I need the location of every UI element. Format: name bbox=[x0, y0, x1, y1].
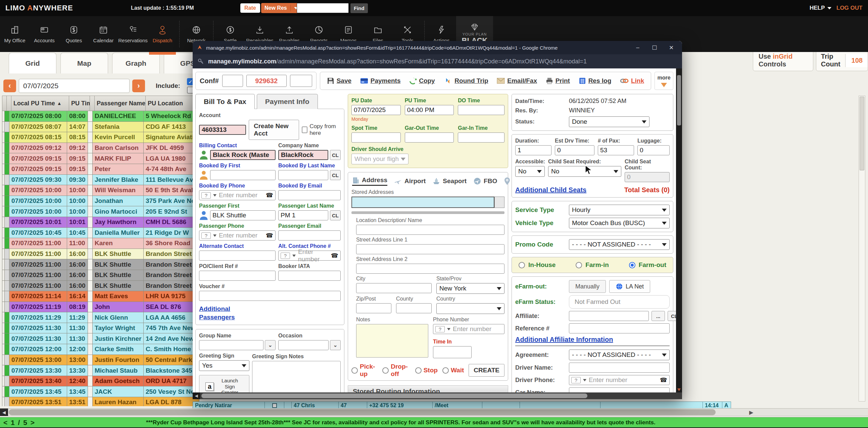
service-type-select[interactable]: Hourly bbox=[569, 205, 670, 215]
county-input[interactable] bbox=[396, 303, 432, 313]
checkbox-icon[interactable] bbox=[272, 403, 277, 408]
booked-by-last-input[interactable] bbox=[278, 170, 328, 180]
scroll-right-icon[interactable]: ▶ bbox=[749, 409, 753, 416]
site-settings-icon[interactable] bbox=[197, 58, 204, 65]
duration-input[interactable] bbox=[515, 145, 552, 155]
farm-radio-farm-out[interactable]: Farm-out bbox=[629, 261, 666, 269]
group-name-input[interactable] bbox=[199, 340, 264, 350]
grid-header-cell[interactable]: PU Time↕ bbox=[69, 96, 90, 111]
zip-input[interactable] bbox=[356, 303, 391, 313]
radio-icon[interactable] bbox=[415, 367, 422, 374]
affiliate-browse-button[interactable]: ... bbox=[651, 311, 665, 321]
booked-by-phone-input[interactable]: ? Enter number☎ bbox=[199, 190, 276, 200]
sort-icon[interactable]: ▲ bbox=[57, 101, 62, 106]
view-tab-map[interactable]: Map bbox=[60, 53, 108, 73]
do-time-input[interactable] bbox=[458, 105, 504, 115]
passenger-first-input[interactable] bbox=[210, 210, 276, 220]
nav-item-accounts[interactable]: Accounts bbox=[30, 16, 59, 52]
modal-horizontal-scrollbar[interactable]: ◀ bbox=[193, 392, 682, 399]
radio-icon[interactable] bbox=[576, 262, 582, 268]
city-input[interactable] bbox=[356, 283, 432, 293]
payments-button[interactable]: Payments bbox=[360, 77, 401, 85]
greeting-sign-select[interactable]: Yes bbox=[199, 360, 249, 371]
efarm-manually-button[interactable]: Manually bbox=[569, 280, 606, 293]
radio-icon[interactable] bbox=[442, 367, 449, 374]
conf-prefix-input[interactable] bbox=[222, 75, 243, 87]
find-button[interactable]: Find bbox=[350, 3, 368, 13]
logout-button[interactable]: LOG OUT bbox=[836, 5, 862, 11]
passenger-last-input[interactable] bbox=[278, 210, 328, 220]
efarm-lanet-button[interactable]: LA Net bbox=[609, 280, 650, 293]
booked-by-first-input[interactable] bbox=[210, 170, 276, 180]
help-menu[interactable]: HELP bbox=[810, 5, 831, 11]
scroll-left-icon[interactable]: ◀ bbox=[0, 408, 8, 416]
close-icon[interactable]: ✕ bbox=[664, 44, 678, 51]
booker-iata-input[interactable] bbox=[278, 271, 341, 281]
additional-passengers-link[interactable]: Additional Passengers bbox=[199, 305, 235, 321]
res-log-button[interactable]: Res log bbox=[579, 77, 612, 85]
grid-header-cell[interactable]: Local PU Time▲ bbox=[11, 96, 69, 111]
new-res-button[interactable]: New Res bbox=[261, 3, 302, 13]
date-input[interactable] bbox=[19, 79, 130, 93]
booked-by-email-input[interactable] bbox=[278, 190, 341, 200]
stop-type-radio-stop[interactable]: Stop bbox=[415, 367, 438, 374]
chrome-title-bar[interactable]: manage.mylimobiz.com/admin/manageResModa… bbox=[193, 41, 682, 54]
nav-item-reservations[interactable]: Reservations bbox=[118, 16, 148, 52]
accessible-select[interactable]: No bbox=[515, 166, 545, 177]
est-drv-time-input[interactable] bbox=[555, 145, 594, 155]
status-select[interactable]: Done bbox=[569, 117, 650, 127]
location-tab-airport[interactable]: Airport bbox=[394, 177, 426, 185]
nav-item-my-office[interactable]: My Office bbox=[0, 16, 30, 52]
location-name-input[interactable] bbox=[356, 225, 504, 235]
car-name-input[interactable] bbox=[569, 387, 670, 392]
minimize-icon[interactable]: – bbox=[631, 44, 645, 51]
chrome-url-bar[interactable]: manage.mylimobiz.com/admin/manageResModa… bbox=[193, 54, 682, 68]
save-button[interactable]: Save bbox=[327, 77, 351, 85]
time-in-input[interactable] bbox=[433, 346, 472, 358]
scrollbar-thumb[interactable] bbox=[202, 393, 587, 398]
state-select[interactable]: New York bbox=[436, 283, 504, 294]
modal-vertical-scrollbar[interactable] bbox=[676, 68, 682, 392]
scroll-left-icon[interactable]: ◀ bbox=[193, 392, 200, 399]
tab-bill-to-pax[interactable]: Bill To & Pax bbox=[195, 94, 255, 109]
driver-phone-input[interactable]: ? Enter number☎ bbox=[569, 375, 670, 385]
location-tab-seaport[interactable]: Seaport bbox=[432, 177, 467, 185]
nav-item-calendar[interactable]: Calendar bbox=[89, 16, 118, 52]
gar-in-time-input[interactable] bbox=[458, 132, 504, 142]
notes-textarea[interactable] bbox=[356, 324, 428, 358]
street2-input[interactable] bbox=[356, 264, 504, 274]
booked-by-clear-button[interactable]: CL bbox=[330, 170, 341, 180]
conf-number-input[interactable] bbox=[246, 75, 287, 87]
luggage-input[interactable] bbox=[638, 145, 670, 155]
affiliate-input[interactable] bbox=[569, 311, 649, 321]
country-select[interactable] bbox=[436, 303, 504, 314]
greeting-sign-notes-textarea[interactable] bbox=[252, 361, 341, 392]
stop-type-radio-wait[interactable]: Wait bbox=[442, 367, 464, 374]
driver-name-input[interactable] bbox=[569, 363, 670, 373]
reference-input[interactable] bbox=[569, 323, 670, 333]
farm-radio-in-house[interactable]: In-House bbox=[519, 261, 556, 269]
additional-child-seats-link[interactable]: Additional Child Seats bbox=[515, 186, 586, 194]
num-pax-input[interactable] bbox=[598, 145, 634, 155]
passenger-email-input[interactable] bbox=[278, 230, 341, 240]
pu-date-input[interactable] bbox=[351, 105, 401, 115]
create-stop-button[interactable]: CREATE bbox=[469, 364, 504, 377]
driver-should-arrive-select[interactable]: When your fligh bbox=[351, 154, 408, 164]
occasion-input[interactable] bbox=[278, 340, 329, 350]
copy-from-here-checkbox[interactable] bbox=[302, 127, 307, 133]
farm-radio-farm-in[interactable]: Farm-in bbox=[576, 261, 609, 269]
promo-code-select[interactable]: - - - - NOT ASSIGNED - - - - bbox=[569, 239, 670, 250]
use-ingrid-controls-button[interactable]: Use inGrid Controls bbox=[753, 50, 813, 71]
account-input[interactable] bbox=[199, 125, 246, 135]
print-button[interactable]: Print bbox=[546, 77, 570, 85]
affiliate-clear-button[interactable]: CL bbox=[668, 311, 676, 321]
street1-input[interactable] bbox=[356, 244, 504, 254]
tab-payment-info[interactable]: Payment Info bbox=[257, 94, 318, 109]
voucher-input[interactable] bbox=[199, 291, 341, 301]
location-tab-fbo[interactable]: FBO bbox=[473, 177, 497, 185]
pu-time-input[interactable] bbox=[405, 105, 454, 115]
quick-search-input[interactable] bbox=[297, 3, 349, 13]
radio-icon[interactable] bbox=[351, 367, 358, 374]
more-button[interactable]: more bbox=[654, 72, 673, 90]
create-new-acct-button[interactable]: Create New Acct bbox=[249, 120, 299, 140]
